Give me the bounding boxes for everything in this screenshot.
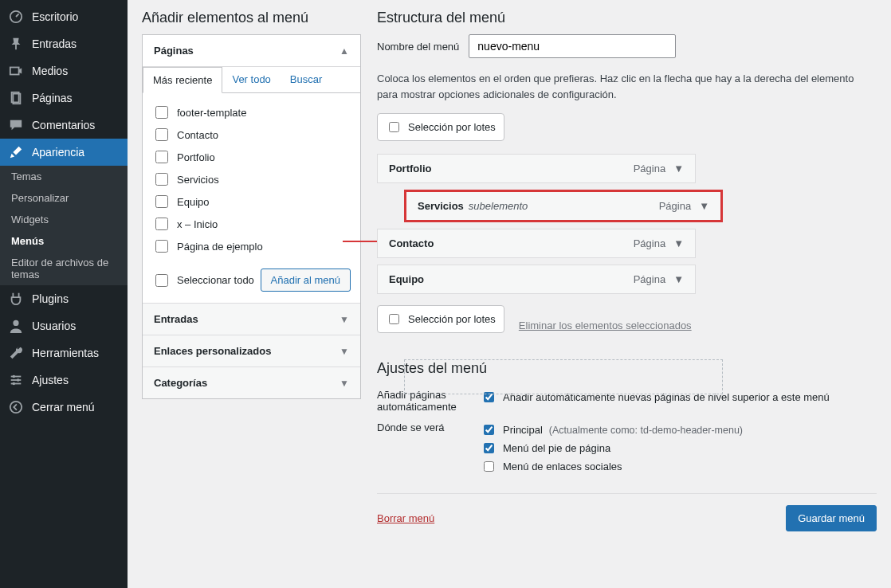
sidebar-item-label: Comentarios: [32, 119, 95, 131]
loc-social[interactable]: Menú de enlaces sociales: [481, 457, 877, 476]
caret-up-icon: ▲: [340, 45, 349, 57]
sidebar-item-label: Páginas: [32, 92, 73, 104]
page-item-row[interactable]: Servicios: [152, 168, 351, 190]
acc-pages-head[interactable]: Páginas ▲: [143, 35, 360, 66]
menu-item-servicios[interactable]: ServiciossubelementoPágina▼: [404, 190, 723, 222]
menu-item-contacto[interactable]: ContactoPágina▼: [377, 229, 696, 258]
caret-down-icon: ▼: [340, 314, 349, 325]
sidebar-subitem-editor-de-archivos-de-temas[interactable]: Editor de archivos de temas: [0, 252, 128, 285]
sidebar-item-apariencia[interactable]: Apariencia: [0, 139, 128, 166]
sidebar-item-label: Ajustes: [32, 374, 69, 386]
svg-point-12: [10, 402, 22, 413]
chevron-down-icon[interactable]: ▼: [673, 163, 684, 174]
delete-menu-link[interactable]: Borrar menú: [377, 512, 434, 524]
sidebar-item-plugins[interactable]: Plugins: [0, 285, 128, 312]
delete-selected-link[interactable]: Eliminar los elementos seleccionados: [519, 319, 692, 331]
page-item-checkbox[interactable]: [155, 195, 168, 208]
loc-main-checkbox[interactable]: [484, 425, 494, 435]
acc-custom-title: Enlaces personalizados: [154, 345, 271, 357]
page-item-checkbox[interactable]: [155, 151, 168, 163]
page-item-row[interactable]: x – Inicio: [152, 213, 351, 235]
sidebar-item-label: Escritorio: [32, 10, 78, 23]
page-item-label: Equipo: [177, 196, 209, 208]
loc-footer-checkbox[interactable]: [484, 443, 494, 453]
page-item-row[interactable]: Equipo: [152, 190, 351, 213]
add-to-menu-button[interactable]: Añadir al menú: [261, 269, 351, 292]
sidebar-subitem-personalizar[interactable]: Personalizar: [0, 187, 128, 209]
acc-pages-body: Más reciente Ver todo Buscar footer-temp…: [143, 66, 360, 303]
acc-custom-head[interactable]: Enlaces personalizados ▼: [143, 335, 360, 367]
page-item-label: Página de ejemplo: [177, 241, 263, 253]
sidebar-subitem-widgets[interactable]: Widgets: [0, 209, 128, 230]
tab-all[interactable]: Ver todo: [222, 67, 280, 92]
settings-icon: [8, 373, 24, 387]
structure-heading: Estructura del menú: [377, 10, 877, 26]
batch-checkbox-top[interactable]: [389, 122, 399, 132]
page-item-label: x – Inicio: [177, 218, 218, 230]
batch-select-bottom[interactable]: Selección por lotes: [377, 305, 504, 333]
loc-main[interactable]: Principal (Actualmente como: td-demo-hea…: [481, 421, 877, 439]
sidebar-item-label: Medios: [32, 65, 68, 77]
structure-help: Coloca los elementos en el orden que pre…: [377, 71, 877, 102]
sidebar-item-medios[interactable]: Medios: [0, 57, 128, 84]
sidebar-subitem-temas[interactable]: Temas: [0, 166, 128, 187]
menu-item-equipo[interactable]: EquipoPágina▼: [377, 265, 696, 294]
sidebar-item-label: Entradas: [32, 37, 77, 50]
select-all-checkbox[interactable]: [155, 274, 168, 287]
sidebar-item-herramientas[interactable]: Herramientas: [0, 339, 128, 367]
chevron-down-icon[interactable]: ▼: [673, 237, 684, 249]
loc-social-checkbox[interactable]: [484, 461, 494, 472]
page-item-row[interactable]: Portfolio: [152, 146, 351, 168]
chevron-down-icon[interactable]: ▼: [673, 273, 684, 285]
batch-checkbox-bottom[interactable]: [389, 314, 399, 324]
acc-entries-title: Entradas: [154, 313, 198, 325]
collapse-icon: [8, 400, 24, 414]
select-all-row[interactable]: Seleccionar todo: [152, 269, 254, 292]
sidebar-item-comentarios[interactable]: Comentarios: [0, 112, 128, 139]
sidebar-item-páginas[interactable]: Páginas: [0, 84, 128, 112]
tab-search[interactable]: Buscar: [281, 67, 332, 92]
loc-social-text: Menú de enlaces sociales: [503, 461, 622, 472]
loc-footer[interactable]: Menú del pie de página: [481, 439, 877, 457]
loc-main-note: (Actualmente como: td-demo-header-menu): [549, 425, 743, 436]
menu-item-portfolio[interactable]: PortfolioPágina▼: [377, 154, 696, 183]
menu-item-type: Página: [634, 237, 665, 249]
caret-down-icon: ▼: [340, 346, 349, 357]
sidebar-item-label: Cerrar menú: [32, 401, 95, 414]
chevron-down-icon[interactable]: ▼: [699, 200, 709, 212]
sidebar-item-usuarios[interactable]: Usuarios: [0, 312, 128, 339]
plugin-icon: [8, 292, 24, 306]
main-area: Añadir elementos al menú Páginas ▲ Más r…: [128, 0, 891, 588]
tab-recent[interactable]: Más reciente: [143, 67, 222, 93]
page-item-checkbox[interactable]: [155, 173, 168, 186]
menu-item-type: Página: [659, 200, 691, 212]
acc-cats-head[interactable]: Categorías ▼: [143, 367, 360, 398]
sidebar-item-ajustes[interactable]: Ajustes: [0, 367, 128, 394]
svg-rect-2: [10, 68, 19, 75]
batch-label-bottom: Selección por lotes: [408, 313, 496, 325]
acc-entries-head[interactable]: Entradas ▼: [143, 303, 360, 335]
batch-label-top: Selección por lotes: [408, 121, 496, 133]
sidebar-item-cerrar-menú[interactable]: Cerrar menú: [0, 394, 128, 421]
page-item-checkbox[interactable]: [155, 106, 168, 119]
select-all-label: Seleccionar todo: [177, 274, 254, 286]
page-item-checkbox[interactable]: [155, 218, 168, 230]
page-item-checkbox[interactable]: [155, 128, 168, 141]
page-item-row[interactable]: footer-template: [152, 101, 351, 123]
page-item-label: Contacto: [177, 129, 218, 141]
menu-item-title: Contacto: [389, 237, 434, 249]
comment-icon: [8, 118, 24, 132]
menu-item-type: Página: [634, 163, 665, 174]
pin-icon: [8, 37, 24, 51]
sidebar-item-entradas[interactable]: Entradas: [0, 30, 128, 57]
page-item-checkbox[interactable]: [155, 240, 168, 253]
page-item-row[interactable]: Contacto: [152, 123, 351, 146]
menu-name-input[interactable]: [469, 34, 676, 58]
sidebar-item-escritorio[interactable]: Escritorio: [0, 3, 128, 30]
sidebar-item-label: Herramientas: [32, 347, 99, 359]
page-item-row[interactable]: Página de ejemplo: [152, 235, 351, 257]
batch-select-top[interactable]: Selección por lotes: [377, 113, 504, 141]
sidebar-item-label: Usuarios: [32, 319, 76, 332]
sidebar-subitem-menús[interactable]: Menús: [0, 230, 128, 252]
save-menu-button[interactable]: Guardar menú: [786, 505, 877, 531]
